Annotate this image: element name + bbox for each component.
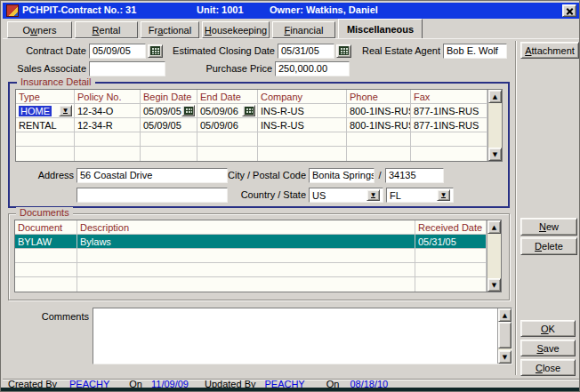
country-dropdown-button[interactable]: ▼ (367, 189, 380, 201)
ok-button[interactable]: OK (520, 320, 576, 337)
calendar-icon (150, 46, 160, 55)
document-row-empty[interactable] (15, 263, 487, 277)
chevron-down-icon: ▼ (63, 108, 68, 114)
sales-associate-field[interactable] (89, 61, 165, 76)
documents-grid: Document Description Received Date BYLAW… (14, 220, 502, 292)
type-cell[interactable]: RENTAL (16, 118, 75, 132)
purchase-price-label: Purchase Price (165, 63, 272, 74)
fax-cell[interactable]: 877-1INS-RUS (411, 118, 487, 132)
city-postal-label: City / Postal Code (228, 170, 306, 180)
est-closing-date-label: Estimated Closing Date (170, 45, 275, 56)
country-state-label: Country / State (228, 189, 306, 200)
document-row-selected[interactable]: BYLAW Bylaws 05/31/05 (15, 235, 487, 249)
new-button[interactable]: New (520, 218, 577, 236)
window-owner: Owner: Watkins, Daniel (270, 4, 378, 15)
scroll-up-icon[interactable]: ▲ (488, 90, 502, 103)
contract-window: PCHPIT-Contract No.: 31 Unit: 1001 Owner… (0, 0, 580, 392)
tab-fractional[interactable]: Fractional (141, 21, 199, 38)
scroll-up-icon[interactable]: ▲ (487, 220, 501, 234)
insurance-row-empty[interactable] (16, 132, 487, 147)
received-date-cell[interactable]: 05/31/05 (415, 235, 487, 248)
selected-value: HOME (19, 106, 52, 116)
save-button[interactable]: Save (520, 340, 576, 356)
company-cell[interactable]: INS-R-US (258, 118, 347, 132)
sales-associate-label: Sales Associate (3, 63, 86, 74)
state-combo[interactable]: FL▼ (386, 188, 454, 203)
city-postal-separator: / (375, 170, 385, 180)
scrollbar-thumb[interactable] (498, 322, 512, 348)
begin-date-cell[interactable]: 05/09/05 (141, 104, 197, 117)
document-row-empty[interactable] (15, 277, 487, 292)
scroll-up-icon[interactable]: ▲ (498, 308, 512, 322)
company-cell[interactable]: INS-R-US (258, 104, 347, 117)
end-date-calendar-button[interactable] (242, 105, 255, 116)
document-cell[interactable]: BYLAW (15, 235, 77, 248)
phone-cell[interactable]: 800-1INS-RUS (347, 118, 411, 132)
end-date-cell[interactable]: 05/09/06 (197, 104, 258, 117)
column-header: Type (16, 90, 75, 103)
city-field[interactable]: Bonita Springs (309, 168, 375, 183)
phone-cell[interactable]: 800-1INS-RUS (347, 104, 411, 117)
insurance-detail-group: Insurance Detail Type Policy No. Begin D… (8, 82, 510, 208)
documents-grid-scrollbar[interactable]: ▲ ▼ (487, 220, 501, 292)
state-dropdown-button[interactable]: ▼ (437, 189, 450, 201)
calendar-icon (339, 46, 349, 55)
postal-code-field[interactable]: 34135 (385, 168, 444, 183)
contract-date-field[interactable]: 05/09/05 (89, 44, 146, 59)
chevron-down-icon: ▼ (371, 192, 375, 198)
attachment-button[interactable]: Attachment (520, 42, 579, 59)
policy-cell[interactable]: 12-34-O (75, 104, 141, 117)
insurance-detail-legend: Insurance Detail (17, 76, 95, 87)
title-bar: PCHPIT-Contract No.: 31 Unit: 1001 Owner… (3, 3, 579, 19)
address-line2-field[interactable] (77, 188, 228, 203)
country-combo[interactable]: US▼ (309, 188, 383, 203)
calendar-icon (184, 107, 193, 115)
scroll-down-icon[interactable]: ▼ (488, 148, 502, 161)
window-title: PCHPIT-Contract No.: 31 (22, 4, 136, 15)
chevron-down-icon: ▼ (441, 192, 446, 198)
real-estate-agent-label: Real Estate Agent (358, 45, 440, 56)
end-date-cell[interactable]: 05/09/06 (197, 118, 258, 132)
column-header: Fax (411, 90, 487, 103)
column-header: Begin Date (141, 90, 197, 103)
policy-cell[interactable]: 12-34-R (75, 118, 141, 132)
document-row-empty[interactable] (15, 249, 487, 263)
comments-scrollbar[interactable]: ▲ ▼ (497, 308, 512, 364)
address-line1-field[interactable]: 56 Coastal Drive (77, 168, 228, 183)
column-header: Document (15, 220, 77, 234)
tab-rental[interactable]: Rental (75, 21, 138, 38)
est-closing-calendar-button[interactable] (336, 44, 351, 58)
begin-date-cell[interactable]: 05/09/05 (141, 118, 197, 132)
comments-textarea[interactable] (93, 308, 512, 364)
insurance-grid-header: Type Policy No. Begin Date End Date Comp… (16, 90, 487, 104)
column-header: Phone (347, 90, 411, 103)
column-header: End Date (197, 90, 258, 103)
fax-cell[interactable]: 877-1INS-RUS (411, 104, 487, 117)
column-header: Company (258, 90, 347, 103)
contract-date-calendar-button[interactable] (148, 44, 163, 58)
tab-strip: Owners Rental Fractional Housekeeping Fi… (3, 19, 579, 38)
window-bottom-edge (1, 388, 580, 391)
purchase-price-field[interactable]: 250,000.00 (275, 61, 350, 76)
tab-housekeeping[interactable]: Housekeeping (202, 21, 270, 38)
miscellaneous-panel: Contract Date 05/09/05 Estimated Closing… (3, 38, 579, 379)
type-cell[interactable]: HOME▼ (16, 104, 75, 117)
tab-financial[interactable]: Financial (272, 21, 335, 38)
insurance-grid-scrollbar[interactable]: ▲ ▼ (487, 90, 502, 161)
insurance-row-empty[interactable] (16, 147, 487, 161)
tab-owners[interactable]: Owners (7, 21, 72, 38)
type-dropdown-button[interactable]: ▼ (59, 105, 72, 116)
close-button[interactable] (562, 4, 576, 17)
delete-button[interactable]: Delete (520, 237, 577, 255)
real-estate-agent-field[interactable]: Bob E. Wolf (443, 44, 507, 59)
tab-miscellaneous[interactable]: Miscellaneous (338, 19, 423, 38)
scroll-down-icon[interactable]: ▼ (487, 278, 501, 292)
calendar-icon (245, 107, 254, 115)
description-cell[interactable]: Bylaws (77, 235, 415, 248)
begin-date-calendar-button[interactable] (181, 105, 195, 116)
est-closing-date-field[interactable]: 05/31/05 (278, 44, 334, 59)
contract-date-label: Contract Date (3, 45, 86, 56)
scroll-down-icon[interactable]: ▼ (498, 350, 512, 364)
close-button-bottom[interactable]: Close (520, 359, 576, 376)
app-icon (6, 4, 19, 17)
